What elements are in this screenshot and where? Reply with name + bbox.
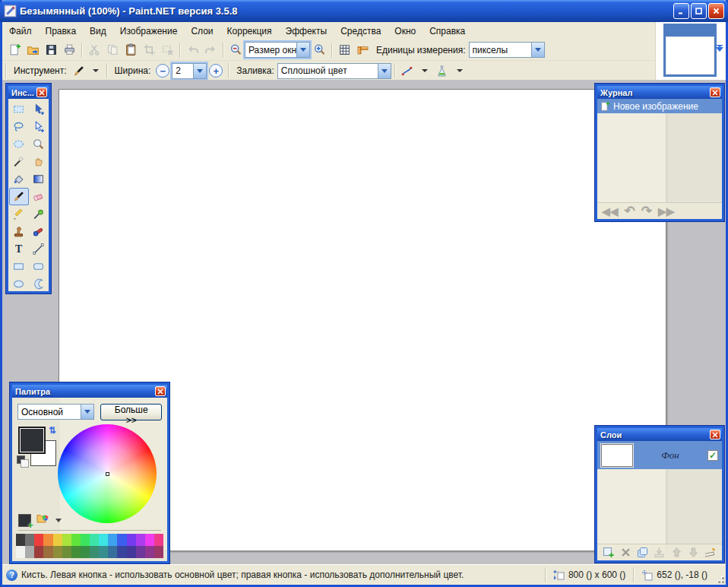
palette-swatch[interactable]: [154, 546, 163, 558]
tool-rectangle-icon[interactable]: [9, 258, 29, 275]
save-button[interactable]: [42, 42, 60, 59]
zoom-in-button[interactable]: [310, 42, 328, 59]
open-file-button[interactable]: [24, 42, 42, 59]
move-layer-up-button[interactable]: [670, 546, 683, 560]
menu-item-8[interactable]: Окно: [388, 24, 423, 39]
palette-swatch[interactable]: [145, 534, 154, 546]
new-file-button[interactable]: [5, 42, 24, 59]
history-undo-button[interactable]: ↶: [625, 205, 635, 217]
tool-text-icon[interactable]: T: [9, 240, 29, 258]
redo-button[interactable]: [201, 42, 220, 59]
menu-item-0[interactable]: Файл: [2, 24, 39, 39]
curve-style-icon[interactable]: [398, 62, 416, 79]
history-item[interactable]: Новое изображение: [597, 99, 722, 113]
palette-swatch[interactable]: [43, 534, 52, 546]
merge-layer-down-button[interactable]: [653, 546, 666, 560]
tool-eraser-icon[interactable]: [29, 188, 49, 205]
ruler-toggle-button[interactable]: [353, 42, 372, 59]
tool-pan-icon[interactable]: [29, 153, 49, 170]
palette-window-close-button[interactable]: [155, 386, 166, 396]
primary-color-swatch[interactable]: [18, 427, 46, 454]
width-combo-arrow-icon[interactable]: [193, 64, 206, 78]
fill-style-combo[interactable]: Сплошной цвет: [277, 63, 391, 79]
more-button[interactable]: Больше >>: [100, 404, 162, 420]
curve-dropdown-arrow-icon[interactable]: [422, 69, 428, 72]
tool-paint-bucket-icon[interactable]: [9, 170, 29, 188]
palette-swatch[interactable]: [81, 534, 90, 546]
palette-swatch[interactable]: [53, 546, 62, 558]
palette-swatch[interactable]: [16, 534, 25, 546]
menu-item-1[interactable]: Правка: [39, 24, 84, 39]
palette-swatch[interactable]: [62, 534, 71, 546]
tool-zoom-icon[interactable]: [29, 135, 49, 153]
palette-manager-icon[interactable]: [36, 512, 49, 528]
tool-pencil-icon[interactable]: [9, 205, 29, 223]
grid-toggle-button[interactable]: [335, 42, 353, 59]
color-mode-combo[interactable]: Основной: [17, 404, 94, 420]
resize-grip[interactable]: [715, 574, 726, 585]
palette-swatch[interactable]: [34, 534, 43, 546]
palette-swatch[interactable]: [127, 534, 136, 546]
maximize-button[interactable]: [691, 3, 707, 19]
width-increase-button[interactable]: +: [209, 64, 223, 78]
delete-layer-button[interactable]: [619, 546, 631, 560]
palette-swatch[interactable]: [108, 546, 117, 558]
palette-swatch[interactable]: [71, 546, 81, 558]
layers-window-close-button[interactable]: [710, 430, 720, 439]
palette-swatch[interactable]: [117, 534, 126, 546]
antialias-flask-icon[interactable]: [433, 62, 451, 79]
palette-swatch[interactable]: [117, 546, 126, 558]
palette-swatch[interactable]: [71, 534, 81, 546]
undo-button[interactable]: [183, 42, 201, 59]
crop-button[interactable]: [140, 42, 158, 59]
palette-swatch[interactable]: [99, 534, 108, 546]
layer-properties-button[interactable]: [704, 546, 717, 560]
menu-item-2[interactable]: Вид: [83, 24, 113, 39]
history-window-close-button[interactable]: [710, 87, 720, 97]
menu-item-9[interactable]: Справка: [423, 24, 472, 39]
tool-clone-stamp-icon[interactable]: [9, 223, 29, 240]
tool-line-curve-icon[interactable]: [29, 240, 49, 258]
swap-colors-icon[interactable]: ⇅: [49, 425, 56, 436]
palette-swatch[interactable]: [16, 546, 25, 558]
palette-swatch[interactable]: [53, 534, 62, 546]
add-layer-button[interactable]: [602, 546, 615, 560]
palette-swatch[interactable]: [25, 546, 34, 558]
menu-item-5[interactable]: Коррекция: [220, 24, 279, 39]
palette-swatch[interactable]: [145, 546, 154, 558]
close-button[interactable]: [708, 3, 724, 19]
tool-paintbrush-icon[interactable]: [9, 188, 29, 205]
palette-swatch[interactable]: [34, 546, 43, 558]
layers-window-titlebar[interactable]: Слои: [597, 428, 722, 441]
tool-lasso-select-icon[interactable]: [9, 118, 29, 135]
tool-rectangle-select-icon[interactable]: [9, 100, 29, 118]
palette-dropdown-arrow-icon[interactable]: [55, 519, 62, 522]
paste-button[interactable]: [122, 42, 140, 59]
menu-item-7[interactable]: Средства: [334, 24, 388, 39]
fill-combo-arrow-icon[interactable]: [378, 64, 391, 78]
history-redo-button[interactable]: ↷: [641, 205, 652, 217]
menu-item-3[interactable]: Изображение: [113, 24, 185, 39]
tool-recolor-icon[interactable]: [29, 223, 49, 240]
palette-swatch[interactable]: [108, 534, 117, 546]
deselect-button[interactable]: [158, 42, 176, 59]
tools-window-close-button[interactable]: [36, 87, 47, 97]
tool-magic-wand-icon[interactable]: [9, 153, 29, 170]
palette-swatch[interactable]: [136, 534, 145, 546]
tool-ellipse-select-icon[interactable]: [9, 135, 29, 153]
color-mode-arrow-icon[interactable]: [81, 405, 93, 419]
palette-swatch[interactable]: [81, 546, 90, 558]
palette-swatch[interactable]: [136, 546, 145, 558]
current-tool-brush-icon[interactable]: [70, 62, 88, 79]
units-combo[interactable]: пикселы: [469, 42, 545, 58]
history-rewind-button[interactable]: ◀◀: [602, 206, 619, 217]
width-decrease-button[interactable]: −: [156, 64, 169, 78]
palette-swatch[interactable]: [154, 534, 163, 546]
units-combo-arrow-icon[interactable]: [531, 43, 544, 57]
tool-gradient-icon[interactable]: [29, 170, 49, 188]
cut-button[interactable]: [85, 42, 103, 59]
palette-swatch[interactable]: [90, 546, 99, 558]
antialias-dropdown-arrow-icon[interactable]: [457, 69, 463, 72]
zoom-out-button[interactable]: [226, 42, 245, 59]
tool-ellipse-icon[interactable]: [9, 275, 29, 293]
